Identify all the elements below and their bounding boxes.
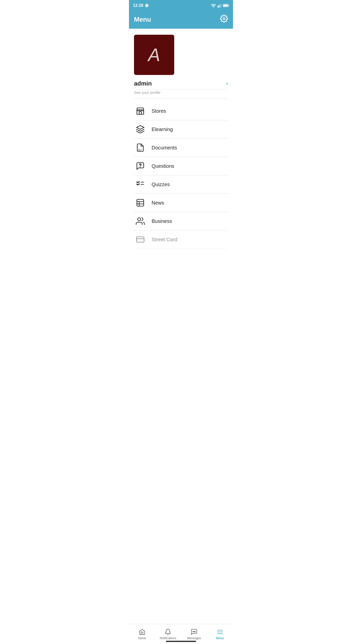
menu-item-news[interactable]: News (134, 194, 228, 212)
page-title: Menu (134, 16, 151, 23)
menu-label-news: News (152, 200, 164, 206)
svg-text:DOC: DOC (138, 149, 142, 151)
status-icons (211, 4, 229, 8)
status-time: 12:28 (133, 3, 149, 8)
menu-item-streetcard[interactable]: Street Card (134, 230, 228, 249)
svg-rect-9 (139, 112, 142, 114)
wifi-icon (211, 4, 216, 8)
svg-rect-6 (223, 5, 228, 7)
signal-icon (217, 4, 221, 8)
menu-label-stores: Stores (152, 108, 166, 114)
menu-label-documents: Documents (152, 145, 177, 151)
profile-chevron-icon[interactable]: › (226, 80, 228, 87)
gear-icon (220, 15, 228, 23)
status-bar: 12:28 (129, 0, 233, 11)
menu-item-documents[interactable]: DOC Documents (134, 139, 228, 157)
svg-rect-4 (221, 4, 221, 8)
documents-icon: DOC (134, 143, 147, 152)
svg-point-0 (213, 7, 214, 8)
profile-section: A admin › See your profile (129, 29, 233, 102)
menu-item-stores[interactable]: Stores (134, 102, 228, 120)
business-icon (134, 217, 147, 226)
avatar[interactable]: A (134, 35, 174, 75)
menu-item-questions[interactable]: Questions (134, 157, 228, 175)
menu-label-streetcard: Street Card (152, 237, 177, 243)
status-settings-icon (145, 4, 149, 8)
menu-item-elearning[interactable]: Elearning (134, 120, 228, 139)
app-header: Menu (129, 11, 233, 29)
svg-rect-7 (228, 5, 229, 6)
time-display: 12:28 (133, 3, 143, 8)
profile-info[interactable]: admin › (134, 80, 228, 89)
battery-icon (223, 4, 229, 7)
elearning-icon (134, 125, 147, 134)
svg-point-8 (223, 18, 225, 20)
avatar-letter: A (148, 45, 160, 65)
menu-label-business: Business (152, 218, 172, 224)
menu-item-quizzes[interactable]: Quizzes (134, 175, 228, 194)
svg-rect-2 (219, 5, 219, 8)
header-settings-button[interactable] (220, 15, 228, 24)
profile-subtitle[interactable]: See your profile (134, 90, 228, 99)
svg-rect-22 (137, 237, 144, 242)
news-icon (134, 198, 147, 207)
svg-rect-17 (137, 199, 144, 206)
menu-label-elearning: Elearning (152, 127, 173, 132)
questions-icon (134, 162, 147, 171)
quizzes-icon (134, 180, 147, 189)
menu-label-quizzes: Quizzes (152, 182, 170, 187)
svg-point-21 (138, 218, 141, 221)
profile-name: admin (134, 80, 152, 87)
menu-label-questions: Questions (152, 163, 174, 169)
svg-rect-3 (220, 4, 220, 8)
svg-rect-1 (217, 6, 218, 8)
store-icon (134, 106, 147, 115)
streetcard-icon (134, 235, 147, 244)
menu-item-business[interactable]: Business (134, 212, 228, 230)
menu-list: Stores Elearning DOC Documents (129, 102, 233, 271)
